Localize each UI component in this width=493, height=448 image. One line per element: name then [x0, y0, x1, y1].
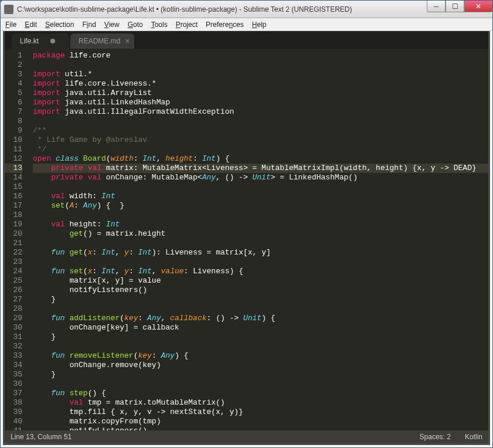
- app-icon: [4, 5, 13, 14]
- menubar: File Edit Selection Find View Goto Tools…: [1, 18, 492, 31]
- code-area[interactable]: 1234567891011121314151617181920212223242…: [5, 49, 488, 430]
- titlebar[interactable]: C:\workspace\kotlin-sublime-package\Life…: [1, 1, 492, 18]
- menu-view[interactable]: View: [104, 21, 120, 29]
- tab-label: Life.kt: [20, 37, 39, 45]
- menu-goto[interactable]: Goto: [128, 21, 143, 29]
- close-button[interactable]: ✕: [464, 1, 492, 12]
- minimize-button[interactable]: ─: [427, 1, 446, 12]
- menu-find[interactable]: Find: [82, 21, 96, 29]
- tab-bar: Life.kt README.md ×: [5, 31, 488, 49]
- dirty-indicator-icon: [50, 39, 55, 43]
- close-tab-icon[interactable]: ×: [125, 36, 130, 46]
- statusbar: Line 13, Column 51 Spaces: 2 Kotlin: [5, 430, 488, 443]
- menu-preferences[interactable]: Preferences: [206, 21, 244, 29]
- tab-label: README.md: [79, 37, 120, 45]
- code-content[interactable]: package life.core import util.*import li…: [27, 51, 488, 430]
- tab-active[interactable]: Life.kt: [12, 33, 69, 49]
- status-position[interactable]: Line 13, Column 51: [11, 433, 72, 441]
- menu-file[interactable]: File: [5, 21, 16, 29]
- window-title: C:\workspace\kotlin-sublime-package\Life…: [17, 5, 427, 13]
- menu-tools[interactable]: Tools: [151, 21, 168, 29]
- menu-help[interactable]: Help: [252, 21, 267, 29]
- app-window: C:\workspace\kotlin-sublime-package\Life…: [0, 0, 493, 448]
- window-controls: ─ ☐ ✕: [427, 1, 492, 18]
- maximize-button[interactable]: ☐: [446, 1, 464, 12]
- menu-project[interactable]: Project: [176, 21, 198, 29]
- editor-area: Life.kt README.md × 12345678910111213141…: [3, 31, 490, 445]
- status-syntax[interactable]: Kotlin: [465, 433, 482, 441]
- line-gutter[interactable]: 1234567891011121314151617181920212223242…: [5, 51, 27, 430]
- status-spaces[interactable]: Spaces: 2: [420, 433, 451, 441]
- menu-edit[interactable]: Edit: [25, 21, 37, 29]
- tab-inactive[interactable]: README.md ×: [70, 33, 134, 49]
- menu-selection[interactable]: Selection: [45, 21, 74, 29]
